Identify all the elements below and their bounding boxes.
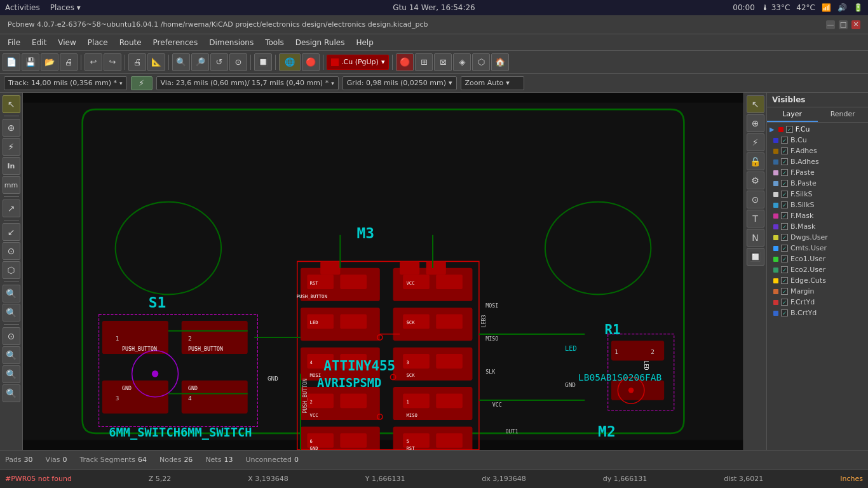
extra-tool-2[interactable]: 🔍 bbox=[3, 365, 20, 383]
rt-select[interactable]: ↖ bbox=[747, 95, 764, 113]
clearance-btn[interactable]: 🏠 bbox=[491, 53, 509, 71]
layer-item-b-cu[interactable]: ✓B.Cu bbox=[767, 135, 868, 146]
layer-item-f-crtyd[interactable]: ✓F.CrtYd bbox=[767, 297, 868, 308]
layer-dropdown[interactable]: .Cu (PgUp) ▾ bbox=[327, 55, 389, 70]
layer-item-f-cu[interactable]: ▶✓F.Cu bbox=[767, 124, 868, 135]
print-btn[interactable]: 🖨 bbox=[60, 53, 78, 71]
add-track-tool[interactable]: ⊙ bbox=[3, 242, 20, 260]
layer-visibility-checkbox[interactable]: ✓ bbox=[781, 245, 788, 252]
layer-visibility-checkbox[interactable]: ✓ bbox=[781, 255, 788, 262]
layer-item-b-paste[interactable]: ✓B.Paste bbox=[767, 178, 868, 189]
menu-dimensions[interactable]: Dimensions bbox=[204, 37, 259, 48]
new-file-btn[interactable]: 📄 bbox=[3, 53, 20, 71]
netlist-icon[interactable]: ⚡ bbox=[131, 76, 153, 90]
layer-visibility-checkbox[interactable]: ✓ bbox=[781, 137, 788, 144]
layer-item-eco2-user[interactable]: ✓Eco2.User bbox=[767, 264, 868, 275]
zoom-tool[interactable]: 🔍 bbox=[3, 285, 20, 302]
ratsnest-btn[interactable]: 🔴 bbox=[302, 53, 320, 71]
rt-lock[interactable]: 🔒 bbox=[747, 152, 764, 170]
add-text-tool[interactable]: In bbox=[3, 157, 20, 175]
rt-measure[interactable]: N bbox=[747, 229, 764, 247]
close-btn[interactable]: ✕ bbox=[851, 20, 860, 29]
menu-file[interactable]: File bbox=[3, 37, 25, 48]
zoom-selector[interactable]: Zoom Auto ▾ bbox=[461, 76, 524, 90]
layer-item-b-adhes[interactable]: ✓B.Adhes bbox=[767, 156, 868, 167]
3d-btn[interactable]: 🔲 bbox=[254, 53, 272, 71]
activities-btn[interactable]: Activities bbox=[5, 3, 40, 12]
undo-btn[interactable]: ↩ bbox=[85, 53, 102, 71]
highlight-btn[interactable]: ⬡ bbox=[472, 53, 490, 71]
tab-render[interactable]: Render bbox=[818, 107, 869, 122]
menu-view[interactable]: View bbox=[53, 37, 81, 48]
pcb-view[interactable]: S1 6MM_SWITCH6MM_SWITCH ATTINY455 AVRISP… bbox=[23, 93, 743, 450]
maximize-btn[interactable]: □ bbox=[839, 20, 848, 29]
layer-visibility-checkbox[interactable]: ✓ bbox=[781, 277, 788, 284]
redo-btn[interactable]: ↪ bbox=[104, 53, 121, 71]
layer-visibility-checkbox[interactable]: ✓ bbox=[781, 180, 788, 187]
layer-item-f-silks[interactable]: ✓F.SilkS bbox=[767, 189, 868, 200]
add-pad-tool[interactable]: ↙ bbox=[3, 223, 20, 241]
layer-item-f-adhes[interactable]: ✓F.Adhes bbox=[767, 146, 868, 156]
extra-tool-3[interactable]: 🔍 bbox=[3, 384, 20, 402]
rt-diff[interactable]: ⚡ bbox=[747, 133, 764, 151]
menu-tools[interactable]: Tools bbox=[260, 37, 289, 48]
layer-item-f-paste[interactable]: ✓F.Paste bbox=[767, 167, 868, 178]
tab-layer[interactable]: Layer bbox=[767, 107, 818, 122]
pad-btn[interactable]: ⊠ bbox=[434, 53, 452, 71]
layer-item-margin[interactable]: ✓Margin bbox=[767, 286, 868, 297]
select-tool[interactable]: ↖ bbox=[3, 95, 20, 113]
open-btn[interactable]: 📂 bbox=[41, 53, 58, 71]
zoom-out-btn[interactable]: 🔎 bbox=[191, 53, 209, 71]
add-module-tool[interactable]: ↗ bbox=[3, 200, 20, 217]
netlist-btn[interactable]: 🌐 bbox=[279, 53, 301, 71]
grid-selector[interactable]: Grid: 0,98 mils (0,0250 mm) ▾ bbox=[342, 76, 457, 90]
rt-text[interactable]: T bbox=[747, 210, 764, 227]
pcb-canvas[interactable]: S1 6MM_SWITCH6MM_SWITCH ATTINY455 AVRISP… bbox=[23, 93, 743, 450]
layer-visibility-checkbox[interactable]: ✓ bbox=[781, 147, 788, 154]
layer-item-eco1-user[interactable]: ✓Eco1.User bbox=[767, 254, 868, 264]
rt-route[interactable]: ⊕ bbox=[747, 114, 764, 132]
layer-visibility-checkbox[interactable]: ✓ bbox=[781, 158, 788, 165]
menu-place[interactable]: Place bbox=[83, 37, 113, 48]
layer-item-b-mask[interactable]: ✓B.Mask bbox=[767, 221, 868, 232]
zoom-in-btn[interactable]: 🔍 bbox=[172, 53, 190, 71]
add-zone-tool[interactable]: ⬡ bbox=[3, 261, 20, 279]
layer-visibility-checkbox[interactable]: ✓ bbox=[781, 266, 788, 273]
track-selector[interactable]: Track: 14,00 mils (0,356 mm) * ▾ bbox=[4, 76, 127, 90]
rt-3d[interactable]: 🔲 bbox=[747, 248, 764, 266]
menu-route[interactable]: Route bbox=[114, 37, 147, 48]
layer-item-dwgs-user[interactable]: ✓Dwgs.User bbox=[767, 232, 868, 243]
menu-preferences[interactable]: Preferences bbox=[148, 37, 203, 48]
rt-circle[interactable]: ⊙ bbox=[747, 191, 764, 208]
save-btn[interactable]: 💾 bbox=[22, 53, 39, 71]
menu-design-rules[interactable]: Design Rules bbox=[290, 37, 350, 48]
layer-visibility-checkbox[interactable]: ✓ bbox=[781, 212, 788, 219]
route-diff-tool[interactable]: ⚡ bbox=[3, 138, 20, 156]
layer-visibility-checkbox[interactable]: ✓ bbox=[781, 234, 788, 241]
zoom-fit-btn[interactable]: ↺ bbox=[210, 53, 228, 71]
layer-visibility-checkbox[interactable]: ✓ bbox=[781, 191, 788, 198]
setup-btn[interactable]: ⊞ bbox=[415, 53, 433, 71]
drc-btn[interactable]: 🔴 bbox=[396, 53, 414, 71]
layer-item-b-silks[interactable]: ✓B.SilkS bbox=[767, 200, 868, 210]
add-dim-tool[interactable]: mm bbox=[3, 176, 20, 194]
plot-btn[interactable]: 📐 bbox=[147, 53, 165, 71]
rt-settings[interactable]: ⚙ bbox=[747, 172, 764, 189]
layer-visibility-checkbox[interactable]: ✓ bbox=[781, 309, 788, 316]
layer-item-cmts-user[interactable]: ✓Cmts.User bbox=[767, 243, 868, 254]
layer-visibility-checkbox[interactable]: ✓ bbox=[781, 223, 788, 230]
layer-visibility-checkbox[interactable]: ✓ bbox=[786, 126, 793, 133]
layer-visibility-checkbox[interactable]: ✓ bbox=[781, 201, 788, 208]
route-tool[interactable]: ⊕ bbox=[3, 119, 20, 137]
layer-item-f-mask[interactable]: ✓F.Mask bbox=[767, 210, 868, 221]
menu-edit[interactable]: Edit bbox=[27, 37, 51, 48]
layer-visibility-checkbox[interactable]: ✓ bbox=[781, 169, 788, 176]
menu-help[interactable]: Help bbox=[351, 37, 378, 48]
extra-tool-1[interactable]: 🔍 bbox=[3, 346, 20, 364]
copper-zone-btn[interactable]: ◈ bbox=[453, 53, 471, 71]
layer-item-edge-cuts[interactable]: ✓Edge.Cuts bbox=[767, 275, 868, 286]
minimize-btn[interactable]: — bbox=[826, 20, 835, 29]
zoom-area-btn[interactable]: ⊙ bbox=[229, 53, 247, 71]
layer-visibility-checkbox[interactable]: ✓ bbox=[781, 288, 788, 295]
delete-tool[interactable]: ⊙ bbox=[3, 327, 20, 345]
